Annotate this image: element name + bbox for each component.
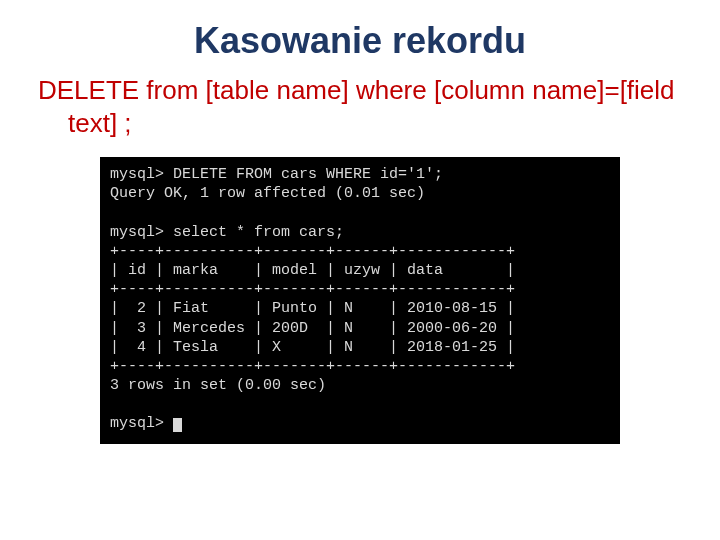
terminal-line: | id | marka | model | uzyw | data | xyxy=(110,262,515,279)
terminal-line: mysql> DELETE FROM cars WHERE id='1'; xyxy=(110,166,443,183)
terminal-screenshot: mysql> DELETE FROM cars WHERE id='1'; Qu… xyxy=(100,157,620,444)
terminal-line: +----+----------+-------+------+--------… xyxy=(110,358,515,375)
terminal-line: +----+----------+-------+------+--------… xyxy=(110,243,515,260)
terminal-prompt: mysql> xyxy=(110,415,173,432)
terminal-line: | 3 | Mercedes | 200D | N | 2000-06-20 | xyxy=(110,320,515,337)
delete-syntax-text: DELETE from [table name] where [column n… xyxy=(38,74,682,139)
terminal-line: 3 rows in set (0.00 sec) xyxy=(110,377,326,394)
slide-title: Kasowanie rekordu xyxy=(0,20,720,62)
terminal-line: | 4 | Tesla | X | N | 2018-01-25 | xyxy=(110,339,515,356)
terminal-line: mysql> select * from cars; xyxy=(110,224,344,241)
terminal-line: +----+----------+-------+------+--------… xyxy=(110,281,515,298)
terminal-line: | 2 | Fiat | Punto | N | 2010-08-15 | xyxy=(110,300,515,317)
terminal-output: mysql> DELETE FROM cars WHERE id='1'; Qu… xyxy=(110,165,610,434)
terminal-cursor-icon xyxy=(173,418,182,432)
slide: Kasowanie rekordu DELETE from [table nam… xyxy=(0,20,720,540)
terminal-line: Query OK, 1 row affected (0.01 sec) xyxy=(110,185,425,202)
